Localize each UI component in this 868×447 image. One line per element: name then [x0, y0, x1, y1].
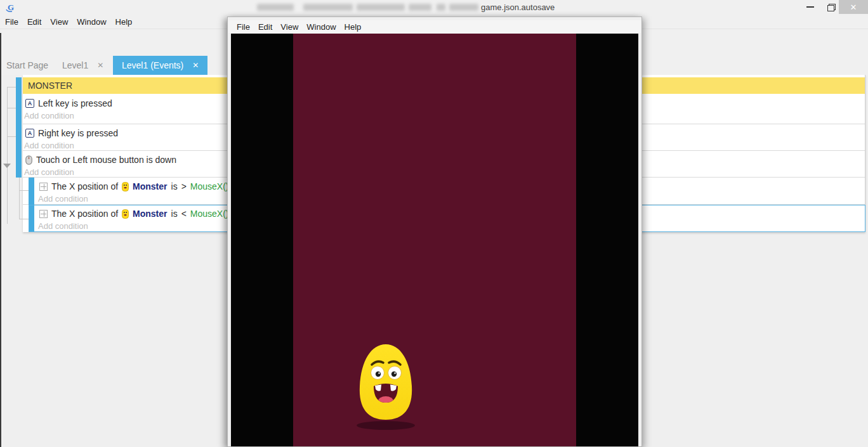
- tab-close-icon[interactable]: ✕: [97, 61, 103, 70]
- game-stage: [293, 34, 576, 446]
- redacted-title-segment: [257, 4, 294, 11]
- tree-line: [7, 87, 16, 87]
- gdevelop-window: G game.json.autosave ✕ File Edit View Wi…: [0, 0, 868, 447]
- restore-icon: [827, 4, 834, 10]
- restore-button[interactable]: [821, 0, 840, 14]
- position-icon: [39, 210, 48, 218]
- tab-label: Level1: [62, 60, 88, 70]
- tab-label: Start Page: [6, 60, 48, 70]
- game-preview-window: File Edit View Window Help: [227, 16, 642, 447]
- tab-level1-events[interactable]: Level1 (Events) ✕: [113, 56, 207, 75]
- condition-text: Left key is pressed: [38, 98, 112, 108]
- event-bar: [29, 178, 34, 205]
- event-bar: [16, 77, 22, 94]
- gdevelop-logo-icon: G: [5, 2, 18, 13]
- minimize-icon: [806, 6, 814, 8]
- minimize-button[interactable]: [801, 0, 820, 14]
- preview-menu-edit[interactable]: Edit: [258, 22, 272, 32]
- position-icon: [39, 183, 48, 191]
- operator: >: [181, 181, 187, 191]
- redacted-title-segment: [449, 4, 478, 11]
- keyboard-key-icon: A: [25, 129, 34, 138]
- event-bar: [16, 124, 22, 151]
- title-bar: G game.json.autosave ✕: [0, 0, 868, 15]
- close-icon: ✕: [850, 3, 857, 12]
- preview-menu-bar: File Edit View Window Help: [228, 20, 641, 33]
- operator: <: [181, 209, 187, 219]
- monster-object-icon: [122, 209, 129, 219]
- panel-left-edge: [0, 33, 1, 447]
- tab-close-icon[interactable]: ✕: [192, 61, 199, 70]
- redacted-title-segment: [437, 4, 445, 11]
- object-name: Monster: [133, 181, 167, 191]
- event-bar: [16, 94, 22, 124]
- tab-level1[interactable]: Level1 ✕: [62, 56, 103, 75]
- menu-window[interactable]: Window: [77, 17, 106, 27]
- tree-line: [7, 108, 16, 108]
- menu-help[interactable]: Help: [115, 17, 133, 27]
- condition-verb: is: [171, 209, 178, 219]
- comment-text: MONSTER: [28, 81, 72, 91]
- tree-line: [19, 171, 20, 219]
- tab-label: Level1 (Events): [122, 60, 183, 70]
- menu-file[interactable]: File: [5, 17, 18, 27]
- condition-text-prefix: The X position of: [51, 209, 118, 219]
- monster-sprite: [353, 342, 419, 431]
- preview-menu-view[interactable]: View: [280, 22, 298, 32]
- tree-line: [19, 190, 29, 191]
- tree-line: [19, 219, 29, 219]
- redacted-title-segment: [357, 4, 405, 11]
- redacted-title-segment: [303, 4, 353, 11]
- preview-menu-window[interactable]: Window: [306, 22, 336, 32]
- condition-text: Touch or Left mouse button is down: [36, 155, 176, 165]
- window-title: game.json.autosave: [481, 3, 555, 12]
- menu-edit[interactable]: Edit: [27, 17, 41, 27]
- event-bar: [16, 151, 22, 178]
- tab-start-page[interactable]: Start Page: [6, 56, 48, 75]
- preview-menu-file[interactable]: File: [237, 22, 250, 32]
- collapse-arrow-icon[interactable]: [3, 164, 11, 168]
- event-bar: [29, 205, 34, 232]
- tree-line: [7, 136, 16, 137]
- svg-text:G: G: [8, 3, 14, 12]
- game-viewport: [231, 34, 638, 446]
- redacted-title-segment: [409, 4, 431, 11]
- condition-verb: is: [171, 181, 178, 191]
- object-name: Monster: [133, 209, 167, 219]
- condition-text-prefix: The X position of: [51, 181, 118, 191]
- close-button[interactable]: ✕: [839, 0, 868, 14]
- condition-text: Right key is pressed: [38, 128, 118, 138]
- keyboard-key-icon: A: [25, 99, 34, 108]
- preview-menu-help[interactable]: Help: [345, 22, 362, 32]
- mouse-icon: [25, 155, 32, 165]
- menu-view[interactable]: View: [50, 17, 68, 27]
- monster-object-icon: [122, 182, 129, 191]
